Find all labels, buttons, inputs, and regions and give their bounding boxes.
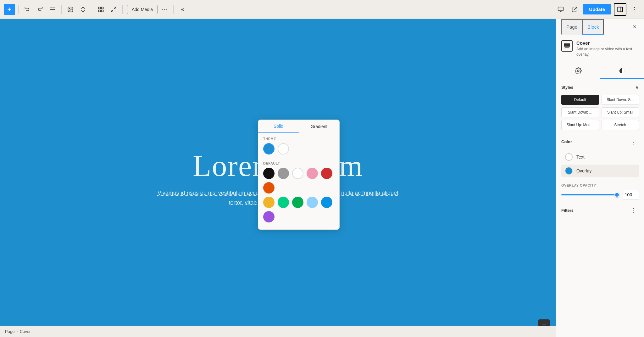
color-luminous-yellow[interactable] [263, 197, 275, 208]
external-link-icon [571, 6, 578, 13]
overlay-color-dot [565, 167, 573, 175]
block-info: Cover Add an image or video with a text … [561, 40, 639, 57]
toolbar-overflow-button[interactable]: ⋮ [629, 4, 640, 15]
style-default[interactable]: Default [561, 95, 599, 105]
svg-rect-6 [102, 7, 103, 9]
toolbar-divider-4 [122, 5, 123, 14]
sidebar-layout-icon [617, 6, 623, 13]
svg-line-10 [111, 10, 113, 12]
style-options-grid: Default Slant Down: S... Slant Down: ...… [561, 95, 639, 130]
svg-rect-5 [99, 7, 101, 9]
toolbar-right: Update ⋮ [555, 3, 640, 16]
tab-page[interactable]: Page [561, 19, 582, 35]
settings-tab-gear[interactable] [556, 64, 600, 79]
color-cool-gray[interactable] [278, 168, 289, 179]
block-align-button[interactable] [95, 4, 107, 15]
svg-rect-7 [99, 10, 101, 12]
svg-rect-8 [102, 10, 103, 12]
style-slant-down-dots[interactable]: Slant Down: ... [561, 107, 599, 117]
update-button[interactable]: Update [583, 4, 611, 14]
style-slant-up-small[interactable]: Slant Up: Small [602, 107, 639, 117]
color-vivid-purple[interactable] [263, 211, 275, 222]
selected-check: ✓ [267, 146, 271, 152]
style-slant-up-med[interactable]: Slant Up: Med... [561, 120, 599, 130]
color-white[interactable] [292, 168, 303, 179]
default-section-label: DEFAULT [258, 158, 339, 168]
styles-chevron[interactable]: ∧ [635, 84, 639, 91]
gradient-tab[interactable]: Gradient [299, 120, 339, 133]
color-pale-cyan[interactable] [307, 197, 318, 208]
theme-color-blue[interactable]: ✓ [263, 143, 275, 154]
text-color-item[interactable]: Text [561, 151, 639, 163]
breadcrumb-separator-1: › [16, 329, 18, 334]
breadcrumb-page[interactable]: Page [5, 329, 14, 334]
toolbar-divider-5 [173, 5, 174, 14]
desktop-view-button[interactable] [555, 4, 566, 15]
breadcrumb-bar: Page › Cover [0, 326, 556, 337]
block-settings-tabs [556, 64, 644, 79]
add-block-button[interactable]: + [4, 4, 15, 15]
top-toolbar: + Add Media ⋯ « Update ⋮ [0, 0, 644, 19]
svg-point-20 [577, 70, 579, 72]
external-view-button[interactable] [569, 4, 580, 15]
color-section-header: Color ⋮ [561, 136, 639, 148]
desktop-icon [558, 6, 564, 13]
color-pale-pink[interactable] [307, 168, 318, 179]
cover-block-icon [561, 40, 573, 52]
theme-color-white[interactable] [278, 143, 289, 154]
close-panel-button[interactable]: « [177, 4, 188, 15]
styles-title: Styles [561, 85, 573, 90]
color-vivid-cyan[interactable] [321, 197, 332, 208]
theme-color-swatches: ✓ [258, 143, 339, 158]
color-vivid-green[interactable] [292, 197, 303, 208]
text-color-dot [565, 153, 573, 161]
color-more-button[interactable]: ⋮ [628, 136, 639, 148]
sidebar-content: Cover Add an image or video with a text … [556, 35, 644, 221]
opacity-input[interactable] [623, 190, 639, 200]
text-color-label: Text [576, 154, 585, 160]
cover-icon-svg [564, 43, 570, 48]
settings-tab-styles[interactable] [600, 64, 644, 79]
overlay-opacity-label: OVERLAY OPACITY [561, 183, 639, 187]
right-sidebar: Page Block × Cover Add an image or video… [556, 19, 644, 337]
color-black[interactable] [263, 168, 275, 179]
block-title: Cover [576, 40, 639, 46]
fullscreen-button[interactable] [108, 4, 119, 15]
svg-point-4 [69, 8, 70, 8]
transform-button[interactable] [77, 4, 89, 15]
filters-section: Filters ⋮ [561, 205, 639, 216]
more-options-button[interactable]: ⋯ [159, 4, 170, 15]
redo-icon [37, 6, 43, 13]
fullscreen-icon [110, 6, 117, 13]
main-layout: Lorem Ipsum + Vivamus id risus eu nisl v… [0, 19, 644, 337]
tab-block[interactable]: Block [582, 19, 604, 35]
color-luminous-orange[interactable] [263, 182, 275, 194]
style-slant-down-s[interactable]: Slant Down: S... [602, 95, 639, 105]
filters-more-button[interactable]: ⋮ [628, 205, 639, 216]
style-stretch[interactable]: Stretch [602, 120, 639, 130]
list-view-button[interactable] [47, 4, 58, 15]
undo-button[interactable] [22, 4, 33, 15]
color-light-green[interactable] [278, 197, 289, 208]
solid-tab[interactable]: Solid [258, 120, 299, 133]
sidebar-header: Page Block × [556, 19, 644, 35]
toolbar-divider-3 [92, 5, 92, 14]
svg-line-9 [114, 7, 116, 9]
opacity-slider[interactable] [561, 194, 619, 195]
canvas-area: Lorem Ipsum + Vivamus id risus eu nisl v… [0, 19, 556, 337]
add-media-button[interactable]: Add Media [127, 5, 158, 14]
default-color-swatches-row2 [258, 197, 339, 226]
overlay-color-item[interactable]: Overlay [561, 165, 639, 177]
color-picker-tabs: Solid Gradient [258, 120, 339, 133]
color-vivid-red[interactable] [321, 168, 332, 179]
block-align-icon [98, 6, 104, 13]
styles-section-header: Styles ∧ [561, 84, 639, 91]
breadcrumb-cover[interactable]: Cover [20, 329, 31, 334]
image-button[interactable] [65, 4, 76, 15]
block-info-text: Cover Add an image or video with a text … [576, 40, 639, 57]
list-view-icon [49, 6, 56, 13]
sidebar-close-button[interactable]: × [630, 23, 639, 31]
sidebar-toggle-button[interactable] [614, 3, 626, 16]
transform-icon [80, 6, 86, 13]
redo-button[interactable] [34, 4, 46, 15]
